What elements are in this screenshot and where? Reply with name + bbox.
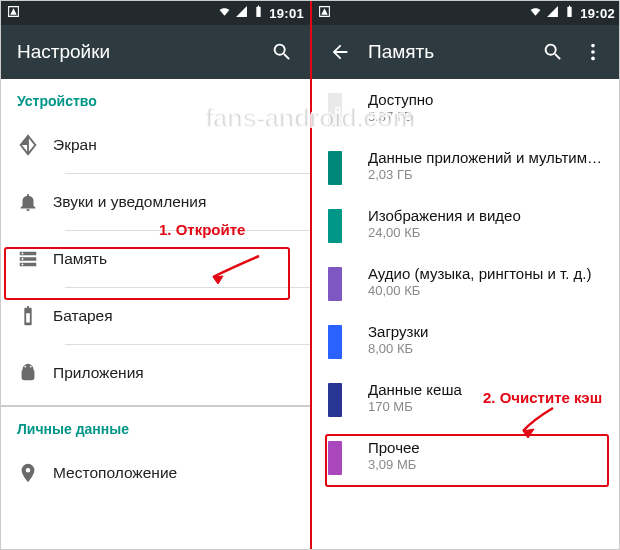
storage-row-title: Данные приложений и мультимедиа <box>368 149 605 166</box>
display-icon <box>17 134 53 156</box>
storage-color-chip <box>328 93 342 127</box>
appbar-title: Память <box>368 41 533 63</box>
right-screen: 19:02 Память Доступно5,37 ГБДанные прило… <box>312 1 620 550</box>
appbar-title: Настройки <box>17 41 262 63</box>
storage-row-subtitle: 3,09 МБ <box>368 457 605 472</box>
storage-row-2[interactable]: Изображения и видео24,00 КБ <box>312 195 620 253</box>
storage-row-0[interactable]: Доступно5,37 ГБ <box>312 79 620 137</box>
svg-point-5 <box>591 57 595 61</box>
storage-color-chip <box>328 151 342 185</box>
storage-color-chip <box>328 383 342 417</box>
storage-row-title: Загрузки <box>368 323 605 340</box>
storage-row-title: Прочее <box>368 439 605 456</box>
storage-row-title: Данные кеша <box>368 381 605 398</box>
storage-row-title: Доступно <box>368 91 605 108</box>
settings-item-sound[interactable]: Звуки и уведомления <box>1 174 310 230</box>
storage-row-4[interactable]: Загрузки8,00 КБ <box>312 311 620 369</box>
storage-row-subtitle: 8,00 КБ <box>368 341 605 356</box>
battery-icon <box>563 5 576 21</box>
left-screen: 19:01 Настройки Устройство Экран Звуки и… <box>1 1 310 550</box>
storage-row-1[interactable]: Данные приложений и мультимедиа2,03 ГБ <box>312 137 620 195</box>
svg-point-1 <box>22 258 24 260</box>
storage-color-chip <box>328 267 342 301</box>
status-time: 19:01 <box>269 6 304 21</box>
status-bar: 19:01 <box>1 1 310 25</box>
location-icon <box>17 462 53 484</box>
settings-item-display[interactable]: Экран <box>1 117 310 173</box>
svg-point-4 <box>591 50 595 54</box>
storage-icon <box>17 248 53 270</box>
settings-item-label: Память <box>53 250 107 268</box>
battery-icon <box>17 305 53 327</box>
settings-item-label: Местоположение <box>53 464 177 482</box>
apps-icon <box>17 362 53 384</box>
signal-icon <box>235 5 248 21</box>
svg-point-0 <box>22 253 24 255</box>
wifi-icon <box>529 5 542 21</box>
settings-item-label: Батарея <box>53 307 113 325</box>
more-icon <box>582 41 604 63</box>
appbar-settings: Настройки <box>1 25 310 79</box>
settings-item-label: Экран <box>53 136 97 154</box>
storage-color-chip <box>328 325 342 359</box>
storage-row-subtitle: 2,03 ГБ <box>368 167 605 182</box>
storage-row-6[interactable]: Прочее3,09 МБ <box>312 427 620 485</box>
overflow-button[interactable] <box>573 32 613 72</box>
search-icon <box>271 41 293 63</box>
storage-list: Доступно5,37 ГБДанные приложений и мульт… <box>312 79 620 485</box>
storage-row-subtitle: 40,00 КБ <box>368 283 605 298</box>
debug-icon <box>7 5 20 21</box>
settings-item-location[interactable]: Местоположение <box>1 445 310 501</box>
status-time: 19:02 <box>580 6 615 21</box>
svg-point-3 <box>591 44 595 48</box>
storage-row-subtitle: 24,00 КБ <box>368 225 605 240</box>
svg-point-2 <box>22 264 24 266</box>
status-bar: 19:02 <box>312 1 620 25</box>
debug-icon <box>318 5 331 21</box>
storage-row-3[interactable]: Аудио (музыка, рингтоны и т. д.)40,00 КБ <box>312 253 620 311</box>
search-icon <box>542 41 564 63</box>
section-personal: Личные данные <box>1 407 310 445</box>
search-button[interactable] <box>533 32 573 72</box>
settings-item-label: Приложения <box>53 364 144 382</box>
settings-item-storage[interactable]: Память <box>1 231 310 287</box>
storage-row-subtitle: 170 МБ <box>368 399 605 414</box>
storage-row-title: Изображения и видео <box>368 207 605 224</box>
appbar-storage: Память <box>312 25 620 79</box>
bell-icon <box>17 191 53 213</box>
back-button[interactable] <box>320 32 360 72</box>
battery-icon <box>252 5 265 21</box>
back-icon <box>329 41 351 63</box>
storage-color-chip <box>328 441 342 475</box>
storage-color-chip <box>328 209 342 243</box>
settings-item-battery[interactable]: Батарея <box>1 288 310 344</box>
storage-row-title: Аудио (музыка, рингтоны и т. д.) <box>368 265 605 282</box>
settings-item-apps[interactable]: Приложения <box>1 345 310 401</box>
search-button[interactable] <box>262 32 302 72</box>
storage-row-subtitle: 5,37 ГБ <box>368 109 605 124</box>
section-device: Устройство <box>1 79 310 117</box>
settings-item-label: Звуки и уведомления <box>53 193 206 211</box>
wifi-icon <box>218 5 231 21</box>
signal-icon <box>546 5 559 21</box>
storage-row-5[interactable]: Данные кеша170 МБ <box>312 369 620 427</box>
